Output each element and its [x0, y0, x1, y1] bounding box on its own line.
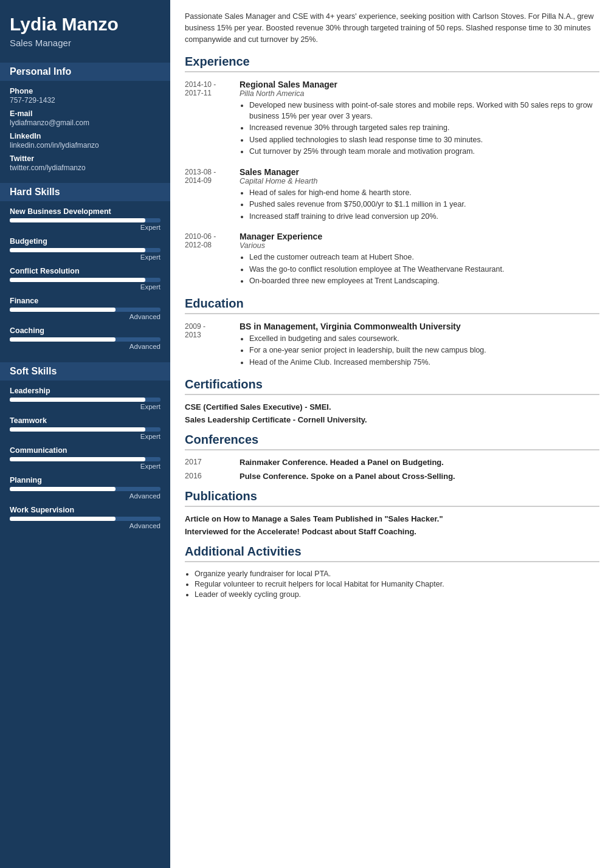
skill-level: Advanced	[10, 343, 160, 350]
activity-item: Regular volunteer to recruit helpers for…	[195, 580, 599, 588]
degree: BS in Management, Virginia Commonwealth …	[240, 322, 599, 331]
experience-entry: 2014-10 -2017-11 Regional Sales Manager …	[185, 80, 599, 159]
publication-item: Interviewed for the Accelerate! Podcast …	[185, 527, 599, 536]
experience-entry: 2010-06 -2012-08 Manager Experience Vari…	[185, 232, 599, 288]
skill-bar-fill	[10, 218, 145, 222]
soft-skills-title: Soft Skills	[0, 362, 170, 381]
company: Pilla North America	[240, 89, 599, 98]
bullet: Excelled in budgeting and sales coursewo…	[249, 334, 599, 345]
publications-title: Publications	[185, 489, 599, 507]
sidebar: Lydia Manzo Sales Manager Personal Info …	[0, 0, 170, 868]
certifications-title: Certifications	[185, 377, 599, 395]
skill-bar-fill	[10, 427, 145, 432]
soft-skill-item: Leadership Expert	[10, 387, 160, 410]
edu-body: BS in Management, Virginia Commonwealth …	[240, 322, 599, 370]
skill-bar-bg	[10, 517, 160, 521]
skill-name: Work Supervision	[10, 506, 160, 514]
bullet: Cut turnover by 25% through team morale …	[249, 146, 599, 157]
twitter-value: twitter.com/lydiafmanzo	[10, 164, 160, 172]
skill-level: Expert	[10, 403, 160, 410]
skill-level: Expert	[10, 224, 160, 231]
skill-bar-bg	[10, 308, 160, 312]
summary-text: Passionate Sales Manager and CSE with 4+…	[185, 11, 599, 45]
soft-skills-section: Soft Skills Leadership Expert Teamwork E…	[0, 356, 170, 536]
hard-skill-item: Finance Advanced	[10, 297, 160, 320]
phone-value: 757-729-1432	[10, 96, 160, 105]
activity-item: Leader of weekly cycling group.	[195, 590, 599, 599]
soft-skill-item: Planning Advanced	[10, 476, 160, 500]
soft-skill-item: Teamwork Expert	[10, 416, 160, 440]
skill-name: Communication	[10, 446, 160, 455]
skill-name: Conflict Resolution	[10, 267, 160, 275]
bullet: Led the customer outreach team at Hubert…	[249, 252, 599, 263]
certification-item: CSE (Certified Sales Executive) - SMEI.	[185, 402, 599, 412]
email-value: lydiafmanzo@gmail.com	[10, 119, 160, 127]
skill-bar-fill	[10, 457, 145, 461]
bullet: Increased staff training to drive lead c…	[249, 212, 599, 222]
skill-name: Coaching	[10, 326, 160, 335]
job-title: Sales Manager	[240, 167, 599, 177]
skill-bar-bg	[10, 248, 160, 252]
skill-bar-fill	[10, 517, 116, 521]
conferences-list: 2017 Rainmaker Conference. Headed a Pane…	[185, 458, 599, 481]
conf-text: Rainmaker Conference. Headed a Panel on …	[240, 458, 599, 467]
skill-bar-bg	[10, 218, 160, 222]
skill-name: New Business Development	[10, 207, 160, 216]
skill-level: Expert	[10, 283, 160, 291]
skill-level: Advanced	[10, 522, 160, 529]
experience-entry: 2013-08 -2014-09 Sales Manager Capital H…	[185, 167, 599, 224]
skill-bar-bg	[10, 487, 160, 491]
job-title: Regional Sales Manager	[240, 80, 599, 89]
skill-level: Advanced	[10, 492, 160, 500]
skill-name: Finance	[10, 297, 160, 305]
skill-bar-bg	[10, 427, 160, 432]
education-title: Education	[185, 297, 599, 314]
certifications-list: CSE (Certified Sales Executive) - SMEI.S…	[185, 402, 599, 424]
publications-list: Article on How to Manage a Sales Team Pu…	[185, 514, 599, 536]
exp-dates: 2014-10 -2017-11	[185, 80, 240, 159]
exp-dates: 2013-08 -2014-09	[185, 167, 240, 224]
skill-bar-fill	[10, 487, 116, 491]
hard-skill-item: Budgeting Expert	[10, 237, 160, 261]
exp-body: Regional Sales Manager Pilla North Ameri…	[240, 80, 599, 159]
exp-dates: 2010-06 -2012-08	[185, 232, 240, 288]
bullet: Increased revenue 30% through targeted s…	[249, 123, 599, 134]
education-entry: 2009 -2013 BS in Management, Virginia Co…	[185, 322, 599, 370]
conferences-title: Conferences	[185, 433, 599, 450]
candidate-name: Lydia Manzo	[10, 13, 160, 35]
hard-skill-item: Coaching Advanced	[10, 326, 160, 350]
skill-name: Teamwork	[10, 416, 160, 425]
candidate-title: Sales Manager	[10, 38, 160, 48]
bullet: On-boarded three new employees at Trent …	[249, 276, 599, 287]
activities-list: Organize yearly fundraiser for local PTA…	[185, 570, 599, 599]
edu-dates: 2009 -2013	[185, 322, 240, 370]
hard-skill-item: Conflict Resolution Expert	[10, 267, 160, 291]
activities-title: Additional Activities	[185, 545, 599, 562]
company: Various	[240, 241, 599, 250]
phone-label: Phone	[10, 87, 160, 95]
skill-bar-fill	[10, 337, 116, 342]
skill-name: Leadership	[10, 387, 160, 395]
skill-bar-fill	[10, 278, 145, 282]
bullet: For a one-year senior project in leaders…	[249, 345, 599, 356]
hard-skill-item: New Business Development Expert	[10, 207, 160, 231]
skill-bar-fill	[10, 308, 116, 312]
experience-title: Experience	[185, 55, 599, 72]
activity-item: Organize yearly fundraiser for local PTA…	[195, 570, 599, 578]
conf-year: 2017	[185, 458, 240, 467]
conference-entry: 2016 Pulse Conference. Spoke on a Panel …	[185, 472, 599, 481]
activities-bullets: Organize yearly fundraiser for local PTA…	[185, 570, 599, 599]
bullets-list: Developed new business with point-of-sal…	[240, 100, 599, 157]
conference-entry: 2017 Rainmaker Conference. Headed a Pane…	[185, 458, 599, 467]
skill-level: Expert	[10, 253, 160, 261]
education-list: 2009 -2013 BS in Management, Virginia Co…	[185, 322, 599, 370]
resume-container: Lydia Manzo Sales Manager Personal Info …	[0, 0, 614, 868]
linkedin-value: linkedin.com/in/lydiafmanzo	[10, 141, 160, 150]
skill-bar-bg	[10, 278, 160, 282]
sidebar-header: Lydia Manzo Sales Manager	[0, 0, 170, 57]
twitter-label: Twitter	[10, 154, 160, 163]
skill-bar-fill	[10, 248, 145, 252]
skill-bar-bg	[10, 457, 160, 461]
hard-skills-section: Hard Skills New Business Development Exp…	[0, 177, 170, 356]
linkedin-label: LinkedIn	[10, 132, 160, 140]
